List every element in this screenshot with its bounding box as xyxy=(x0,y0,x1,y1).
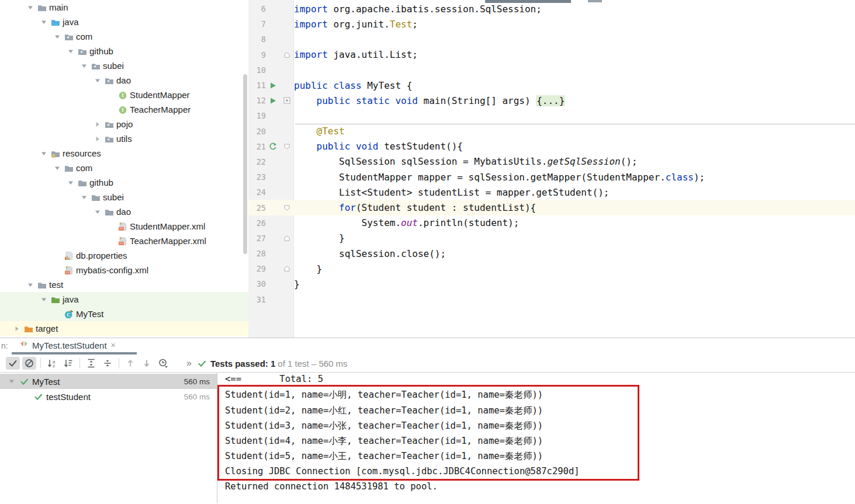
tree-item-mytest[interactable]: CMyTest xyxy=(0,307,248,321)
tree-item-java[interactable]: java xyxy=(0,15,248,29)
gutter-icon-slot[interactable] xyxy=(266,98,280,104)
tree-item-pojo[interactable]: pojo xyxy=(0,117,248,131)
tree-item-teachermapper-xml[interactable]: <>TeacherMapper.xml xyxy=(0,234,248,248)
project-tree-scrollbar[interactable] xyxy=(243,74,247,254)
tree-toggle[interactable] xyxy=(79,193,89,202)
code-text: sqlSession.close(); xyxy=(294,248,446,259)
tree-item-dao[interactable]: dao xyxy=(0,73,248,88)
chevron-expanded-icon xyxy=(53,164,61,172)
tree-toggle[interactable] xyxy=(79,61,89,71)
code-line-6[interactable]: 6import org.apache.ibatis.session.SqlSes… xyxy=(248,1,855,16)
code-line-20[interactable]: 20 @Test xyxy=(248,124,855,139)
console-line-2: Student(id=2, name=小红, teacher=Teacher(i… xyxy=(217,405,855,420)
code-text: List<Student> studentList = mapper.getSt… xyxy=(294,187,609,198)
tree-item-java[interactable]: java xyxy=(0,292,248,307)
code-line-27[interactable]: 27 } xyxy=(248,231,855,246)
tree-toggle[interactable] xyxy=(26,3,35,12)
tree-item-teachermapper[interactable]: ITeacherMapper xyxy=(0,102,248,117)
tree-item-db-properties[interactable]: db.properties xyxy=(0,248,248,263)
gutter-icon-slot[interactable] xyxy=(266,82,280,89)
code-line-12[interactable]: 12 public static void main(String[] args… xyxy=(248,93,855,108)
tree-item-com[interactable]: com xyxy=(0,161,248,175)
tree-toggle[interactable] xyxy=(39,18,49,27)
gutter-icon-slot[interactable] xyxy=(266,142,280,151)
tree-toggle[interactable] xyxy=(53,164,62,173)
tree-item-github[interactable]: github xyxy=(0,175,248,190)
toolbar-overflow-chevrons[interactable]: » xyxy=(186,358,192,369)
tree-item-com[interactable]: com xyxy=(0,29,248,44)
tree-toggle xyxy=(106,222,116,231)
code-line-11[interactable]: 11public class MyTest { xyxy=(248,78,855,93)
line-number: 20 xyxy=(248,127,266,136)
tree-item-studentmapper[interactable]: IStudentMapper xyxy=(0,88,248,102)
code-line-30[interactable]: 30} xyxy=(248,276,855,291)
code-line-9[interactable]: 9import java.util.List; xyxy=(248,47,855,62)
tree-item-utils[interactable]: utils xyxy=(0,131,248,146)
tree-toggle[interactable] xyxy=(93,134,102,144)
show-passed-button[interactable] xyxy=(6,357,20,370)
tree-toggle[interactable] xyxy=(53,32,62,41)
next-occurrence-button[interactable] xyxy=(140,357,154,370)
code-line-31[interactable]: 31 xyxy=(248,292,855,307)
code-line-22[interactable]: 22 SqlSession sqlSession = MybatisUtils.… xyxy=(248,154,855,169)
show-ignored-button[interactable] xyxy=(22,357,36,370)
code-line-19[interactable]: 19 xyxy=(248,108,855,123)
tree-item-subei[interactable]: subei xyxy=(0,190,248,204)
tree-item-github[interactable]: github xyxy=(0,44,248,58)
tree-item-resources[interactable]: resources xyxy=(0,146,248,161)
sort-duration-button[interactable] xyxy=(61,357,75,370)
tree-item-label: TeacherMapper xyxy=(130,105,191,114)
code-line-7[interactable]: 7import org.junit.Test; xyxy=(248,16,855,32)
properties-icon xyxy=(64,251,74,260)
tree-toggle[interactable] xyxy=(93,76,102,85)
fold-marker-up-icon xyxy=(283,265,290,272)
code-line-23[interactable]: 23 StudentMapper mapper = sqlSession.get… xyxy=(248,169,855,185)
code-editor[interactable]: 6import org.apache.ibatis.session.SqlSes… xyxy=(248,0,855,338)
code-line-26[interactable]: 26 System.out.println(student); xyxy=(248,215,855,231)
test-node-teststudent[interactable]: testStudent560 ms xyxy=(0,389,217,404)
tree-item-main[interactable]: main xyxy=(0,0,248,15)
tree-toggle[interactable] xyxy=(66,47,75,56)
code-line-8[interactable]: 8 xyxy=(248,32,855,47)
fold-marker-slot[interactable] xyxy=(280,235,294,242)
tree-toggle[interactable] xyxy=(12,324,22,333)
code-line-25[interactable]: 25 for(Student student : studentList){ xyxy=(248,200,855,215)
test-node-mytest[interactable]: MyTest560 ms xyxy=(0,374,217,389)
code-line-29[interactable]: 29 } xyxy=(248,261,855,276)
prev-occurrence-button[interactable] xyxy=(123,357,137,370)
fold-marker-slot[interactable] xyxy=(280,265,294,272)
tree-toggle[interactable] xyxy=(93,120,102,129)
tests-passed-details: of 1 test – 560 ms xyxy=(278,359,347,369)
tree-item-subei[interactable]: subei xyxy=(0,58,248,73)
tree-toggle[interactable] xyxy=(39,149,49,158)
close-icon[interactable]: × xyxy=(111,340,116,350)
code-line-24[interactable]: 24 List<Student> studentList = mapper.ge… xyxy=(248,185,855,200)
run-tab-mytest-teststudent[interactable]: MyTest.testStudent × xyxy=(20,340,116,350)
code-line-21[interactable]: 21 public void testStudent(){ xyxy=(248,139,855,154)
test-history-button[interactable] xyxy=(156,357,170,370)
tree-toggle[interactable] xyxy=(26,280,35,290)
test-console-output[interactable]: <== Total: 5Student(id=1, name=小明, teach… xyxy=(217,373,855,503)
tree-toggle[interactable] xyxy=(39,295,49,304)
line-number: 26 xyxy=(248,218,266,228)
fold-marker-slot[interactable] xyxy=(280,204,294,211)
sort-alpha-button[interactable]: az xyxy=(45,357,59,370)
tree-toggle[interactable] xyxy=(66,178,75,187)
fold-marker-slot[interactable] xyxy=(280,143,294,150)
collapse-all-icon xyxy=(102,358,113,369)
expand-all-button[interactable] xyxy=(84,357,98,370)
line-number: 10 xyxy=(248,65,266,75)
tree-item-dao[interactable]: dao xyxy=(0,204,248,219)
tree-item-mybatis-config-xml[interactable]: <>mybatis-config.xml xyxy=(0,263,248,277)
tree-item-studentmapper-xml[interactable]: <>StudentMapper.xml xyxy=(0,219,248,234)
fold-marker-slot[interactable] xyxy=(280,97,294,104)
tree-toggle[interactable] xyxy=(93,207,102,217)
tree-item-target[interactable]: target xyxy=(0,321,248,336)
tree-item-test[interactable]: test xyxy=(0,277,248,292)
code-line-10[interactable]: 10 xyxy=(248,62,855,78)
folder-package-icon xyxy=(64,32,74,41)
code-line-28[interactable]: 28 sqlSession.close(); xyxy=(248,246,855,261)
collapse-all-button[interactable] xyxy=(101,357,115,370)
test-node-toggle[interactable] xyxy=(6,377,18,385)
fold-marker-slot[interactable] xyxy=(280,51,294,58)
